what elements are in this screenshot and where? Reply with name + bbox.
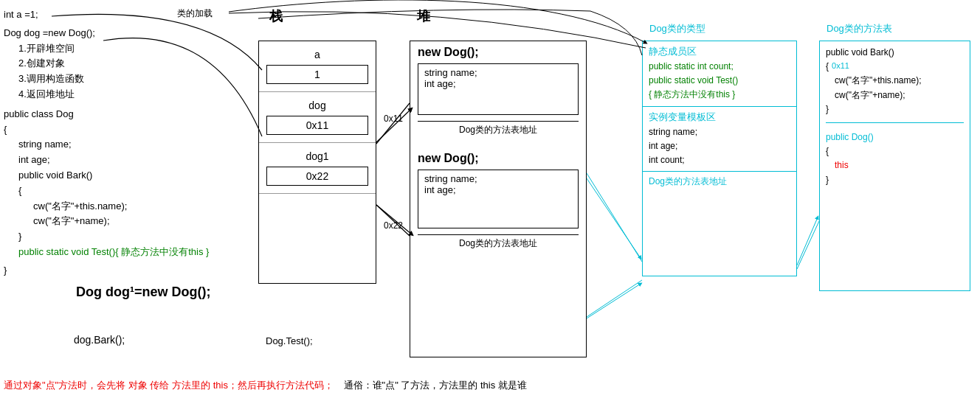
dog-type-instance-label: 实例变量模板区 bbox=[649, 111, 790, 124]
heap-title: 堆 bbox=[417, 7, 430, 25]
left-code-section: int a =1; Dog dog =new Dog(); 1.开辟堆空间 2.… bbox=[4, 7, 255, 302]
svg-line-6 bbox=[587, 280, 642, 317]
svg-text:0x22: 0x22 bbox=[384, 220, 403, 231]
brace-class-close: } bbox=[4, 263, 255, 279]
heap-dog1-field1: string name; bbox=[424, 67, 572, 78]
code-line-dog-dog: Dog dog =new Dog(); bbox=[4, 26, 255, 41]
method1: public void Bark() bbox=[4, 168, 255, 184]
brace-method-open: { bbox=[4, 184, 255, 199]
dog-method-area: public void Bark() { 0x11 cw("名字"+this.n… bbox=[819, 41, 970, 291]
stack-section-dog1: dog1 0x22 bbox=[259, 143, 376, 194]
stack-area: a 1 dog 0x11 dog1 0x22 bbox=[258, 41, 376, 284]
heap-dog2-footer: Dog类的方法表地址 bbox=[418, 234, 579, 252]
stack-val-a: 1 bbox=[266, 65, 368, 84]
dog-type-instance-field2: int age; bbox=[649, 139, 790, 153]
stack-val-dog: 0x11 bbox=[266, 116, 368, 135]
bark-code1: cw("名字"+this.name); bbox=[826, 74, 964, 88]
bottom-text-red: 通过对象"点"方法时，会先将 对象 传给 方法里的 this；然后再执行方法代码… bbox=[4, 380, 334, 391]
dog-type-static-method1: public static void Test() bbox=[649, 74, 790, 88]
code-step1: 1.开辟堆空间 bbox=[4, 41, 255, 57]
stack-var-dog: dog bbox=[259, 97, 376, 113]
code-line-int-a: int a =1; bbox=[4, 7, 255, 23]
heap-dog2-field2: int age; bbox=[424, 184, 572, 195]
heap-dog2-field1: string name; bbox=[424, 173, 572, 184]
dog-method-bark: public void Bark() { 0x11 cw("名字"+this.n… bbox=[826, 46, 964, 116]
svg-line-12 bbox=[797, 217, 818, 265]
svg-line-7 bbox=[797, 221, 819, 269]
heap-dog1-fields: string name; int age; bbox=[418, 63, 579, 115]
svg-line-3 bbox=[376, 205, 410, 236]
dog-test-label: Dog.Test(); bbox=[266, 335, 313, 346]
dog-con-this: this bbox=[826, 158, 964, 172]
code-step2: 2.创建对象 bbox=[4, 56, 255, 71]
dog-type-static-field1: public static int count; bbox=[649, 60, 790, 74]
field1: string name; bbox=[4, 137, 255, 153]
diagram-container: int a =1; Dog dog =new Dog(); 1.开辟堆空间 2.… bbox=[0, 0, 980, 398]
stack-var-dog1: dog1 bbox=[259, 147, 376, 164]
code-step4: 4.返回堆地址 bbox=[4, 87, 255, 102]
dog-type-static-note: { 静态方法中没有this } bbox=[649, 88, 790, 102]
heap-area: new Dog(); string name; int age; Dog类的方法… bbox=[410, 41, 587, 357]
bark-addr: 0x11 bbox=[832, 60, 849, 74]
stack-var-a: a bbox=[259, 46, 376, 62]
code-step3: 3.调用构造函数 bbox=[4, 71, 255, 87]
dog-type-instance-section: 实例变量模板区 string name; int age; int count; bbox=[643, 107, 796, 172]
bark-brace: { bbox=[826, 60, 829, 74]
dog-type-instance-field1: string name; bbox=[649, 125, 790, 139]
dog-type-footer: Dog类的方法表地址 bbox=[643, 172, 796, 192]
svg-line-10 bbox=[587, 178, 641, 258]
brace-method-close: } bbox=[4, 229, 255, 245]
code-line1: cw("名字"+this.name); bbox=[4, 199, 255, 214]
field2: int age; bbox=[4, 153, 255, 168]
dog-con-close: } bbox=[826, 173, 964, 187]
dog-bark-label: dog.Bark(); bbox=[74, 334, 125, 346]
method-divider bbox=[826, 122, 964, 123]
stack-section-dog: dog 0x11 bbox=[259, 92, 376, 143]
svg-line-9 bbox=[376, 205, 412, 234]
heap-dog1-field2: int age; bbox=[424, 78, 572, 89]
heap-new-dog1-title: new Dog(); bbox=[410, 41, 586, 62]
svg-line-1 bbox=[376, 103, 410, 144]
dog-type-static-label: 静态成员区 bbox=[649, 45, 790, 58]
code-line2: cw("名字"+name); bbox=[4, 214, 255, 229]
dog-constructor: public Dog() { this } bbox=[826, 130, 964, 187]
heap-dog2-fields: string name; int age; bbox=[418, 170, 579, 228]
static-method-line: public static void Test(){ 静态方法中没有this } bbox=[4, 245, 255, 260]
svg-line-5 bbox=[587, 173, 642, 262]
stack-title: 栈 bbox=[269, 7, 283, 25]
svg-line-8 bbox=[376, 109, 411, 142]
dog-type-instance-field3: int count; bbox=[649, 153, 790, 167]
dog-type-area: 静态成员区 public static int count; public st… bbox=[642, 41, 797, 276]
bottom-text-green-sep: 通俗：谁"点" 了方法，方法里的 this 就是谁 bbox=[344, 380, 527, 391]
brace-open: { bbox=[4, 122, 255, 138]
bark-close: } bbox=[826, 102, 964, 116]
dog-con-brace: { bbox=[826, 144, 964, 158]
stack-val-dog1: 0x22 bbox=[266, 167, 368, 186]
stack-section-a: a 1 bbox=[259, 41, 376, 92]
dog-method-inner: public void Bark() { 0x11 cw("名字"+this.n… bbox=[820, 41, 970, 192]
dog-dog1-label: Dog dog¹=new Dog(); bbox=[76, 282, 210, 303]
dog-type-title: Dog类的类型 bbox=[649, 22, 705, 35]
heap-new-dog2-title: new Dog(); bbox=[410, 147, 586, 168]
dog-method-title: Dog类的方法表 bbox=[827, 22, 892, 35]
bottom-text: 通过对象"点"方法时，会先将 对象 传给 方法里的 this；然后再执行方法代码… bbox=[4, 379, 527, 392]
class-decl: public class Dog bbox=[4, 107, 255, 122]
bark-code2: cw("名字"+name); bbox=[826, 88, 964, 102]
dog-type-static-section: 静态成员区 public static int count; public st… bbox=[643, 41, 796, 107]
dog-con-head: public Dog() bbox=[826, 130, 964, 144]
svg-text:0x11: 0x11 bbox=[384, 114, 403, 124]
svg-line-11 bbox=[587, 284, 641, 318]
bark-head: public void Bark() bbox=[826, 46, 964, 60]
heap-dog1-footer: Dog类的方法表地址 bbox=[418, 121, 579, 139]
